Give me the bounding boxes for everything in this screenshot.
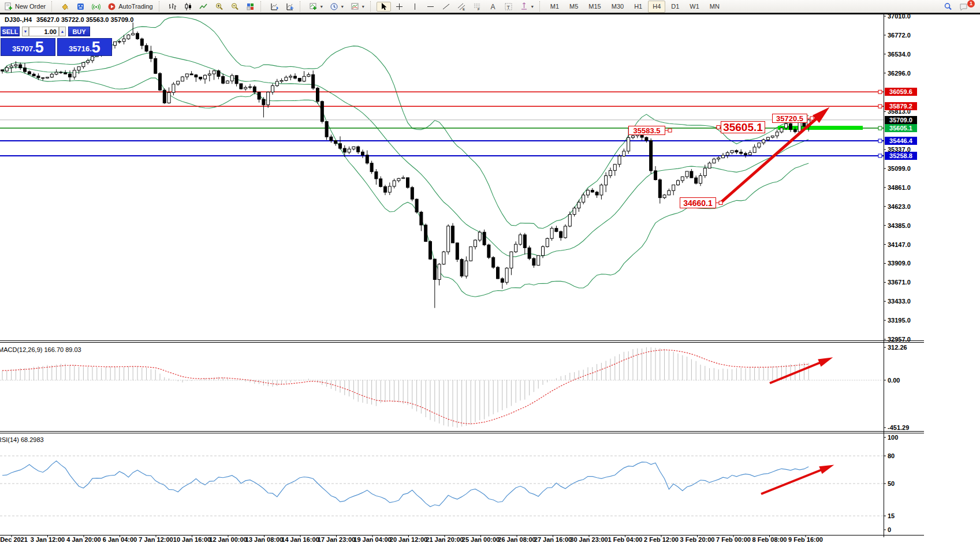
indicator-window-button[interactable] xyxy=(267,2,281,12)
macd-tick-label: 312.26 xyxy=(888,344,907,351)
template-button[interactable]: ▾ xyxy=(348,2,367,12)
text-label-icon: T xyxy=(504,2,513,11)
chat-button[interactable]: 1 xyxy=(956,2,971,12)
channel-button[interactable]: E xyxy=(454,2,469,12)
fibonacci-button[interactable]: F xyxy=(470,2,485,12)
timeframe-h1[interactable]: H1 xyxy=(629,1,647,13)
period-button[interactable]: ▾ xyxy=(327,2,346,12)
clock-icon xyxy=(330,2,338,11)
crosshair-button[interactable] xyxy=(392,2,407,12)
price-annotation[interactable]: 34660.1 xyxy=(680,197,716,208)
ohlc-values: 35627.0 35722.0 35563.0 35709.0 xyxy=(36,16,133,23)
toolbar-separator xyxy=(51,1,55,12)
horizontal-line-button[interactable] xyxy=(423,2,438,12)
price-tick-label: 34623.0 xyxy=(888,203,911,211)
text-icon: A xyxy=(489,2,497,11)
candle-chart-button[interactable] xyxy=(181,2,195,12)
candle-chart-icon xyxy=(184,2,192,11)
cursor-icon xyxy=(379,2,388,11)
timeframe-d1[interactable]: D1 xyxy=(666,1,684,13)
svg-text:F: F xyxy=(478,8,480,11)
vertical-line-icon xyxy=(411,2,419,11)
main-toolbar: New Order AutoTrading ▾ ▾ ▾ E F A T ▾ M1… xyxy=(0,0,980,13)
price-annotation[interactable]: 35720.5 xyxy=(772,114,807,123)
sell-price-display[interactable]: 35707. 5 xyxy=(1,38,55,56)
chart-canvas[interactable] xyxy=(0,0,980,543)
bar-chart-button[interactable] xyxy=(165,2,180,12)
chat-icon xyxy=(959,2,968,11)
line-chart-icon xyxy=(199,2,208,11)
experts-button[interactable] xyxy=(73,2,88,12)
price-line-badge: 35446.4 xyxy=(885,137,917,145)
add-indicator-icon xyxy=(309,2,318,11)
line-chart-button[interactable] xyxy=(196,2,211,12)
signals-button[interactable] xyxy=(89,2,103,12)
axis-ticks xyxy=(12,16,886,537)
price-line-badge: 35879.2 xyxy=(885,102,917,110)
timeframe-m5[interactable]: M5 xyxy=(565,1,583,13)
price-tick-label: 34861.0 xyxy=(888,184,911,192)
fibonacci-icon: F xyxy=(473,2,482,11)
bar-chart-icon xyxy=(168,2,177,11)
horizontal-line-icon xyxy=(426,2,435,11)
price-annotation[interactable]: 35583.5 xyxy=(628,126,665,135)
tile-windows-button[interactable] xyxy=(243,2,258,12)
text-label-button[interactable]: T xyxy=(501,2,516,12)
vertical-line-button[interactable] xyxy=(408,2,422,12)
rsi-tick-label: 50 xyxy=(888,480,895,488)
zoom-out-button[interactable] xyxy=(228,2,242,12)
price-tick-label: 33433.0 xyxy=(888,298,911,305)
sell-button[interactable]: SELL xyxy=(1,27,20,36)
timeframe-m30[interactable]: M30 xyxy=(607,1,628,13)
toolbar-separator xyxy=(370,1,374,12)
price-tick-label: 36772.0 xyxy=(888,32,911,39)
arrows-button[interactable]: ▾ xyxy=(517,2,536,12)
volume-decrease-button[interactable]: ▼ xyxy=(22,27,29,36)
rsi-tick-label: 0 xyxy=(888,526,891,534)
buy-price-main: 35716. xyxy=(69,43,92,55)
timeframe-m15[interactable]: M15 xyxy=(584,1,605,13)
price-line-badge: 36059.6 xyxy=(885,88,917,96)
macd-tick-label: 0.00 xyxy=(888,377,900,384)
macd-indicator xyxy=(0,347,884,428)
add-indicator-button[interactable]: ▾ xyxy=(306,2,326,12)
search-button[interactable] xyxy=(941,2,955,12)
toolbar-separator xyxy=(159,1,162,12)
buy-price-display[interactable]: 35716. 5 xyxy=(57,38,112,56)
new-order-label: New Order xyxy=(15,3,46,10)
trendline-icon xyxy=(442,2,450,11)
price-annotation[interactable]: 35605.1 xyxy=(721,121,765,133)
rsi-tick-label: 100 xyxy=(888,434,898,441)
toolbar-separator xyxy=(539,1,543,12)
bollinger-bands xyxy=(2,17,808,297)
indicator-window-icon xyxy=(270,2,278,11)
timeframe-mn[interactable]: MN xyxy=(705,1,724,13)
buy-button[interactable]: BUY xyxy=(68,27,90,36)
autotrading-label: AutoTrading xyxy=(118,3,153,10)
timeframe-h4[interactable]: H4 xyxy=(648,1,665,13)
template-icon xyxy=(351,2,359,11)
autotrading-button[interactable]: AutoTrading xyxy=(105,2,156,12)
volume-increase-button[interactable]: ▲ xyxy=(59,27,66,36)
macd-tick-label: -451.29 xyxy=(888,424,909,432)
new-order-button[interactable]: New Order xyxy=(1,2,49,12)
sell-price-pips: 5 xyxy=(35,40,44,55)
rsi-indicator xyxy=(0,456,884,516)
buy-price-pips: 5 xyxy=(92,40,100,55)
price-tick-label: 32957.0 xyxy=(888,336,911,343)
crosshair-icon xyxy=(395,2,404,11)
trendline-button[interactable] xyxy=(439,2,453,12)
candlestick-series xyxy=(1,23,810,308)
zoom-in-button[interactable] xyxy=(212,2,226,12)
dropdown-caret-icon: ▾ xyxy=(341,4,344,9)
price-tick-label: 34385.0 xyxy=(888,222,911,230)
cursor-button[interactable] xyxy=(377,2,391,12)
timeframe-w1[interactable]: W1 xyxy=(685,1,704,13)
svg-text:E: E xyxy=(463,8,465,11)
toolbar-separator xyxy=(300,1,303,12)
timeframe-m1[interactable]: M1 xyxy=(546,1,564,13)
volume-input[interactable] xyxy=(29,27,59,36)
text-button[interactable]: A xyxy=(486,2,500,12)
object-window-button[interactable] xyxy=(282,2,297,12)
styler-button[interactable] xyxy=(58,2,72,12)
